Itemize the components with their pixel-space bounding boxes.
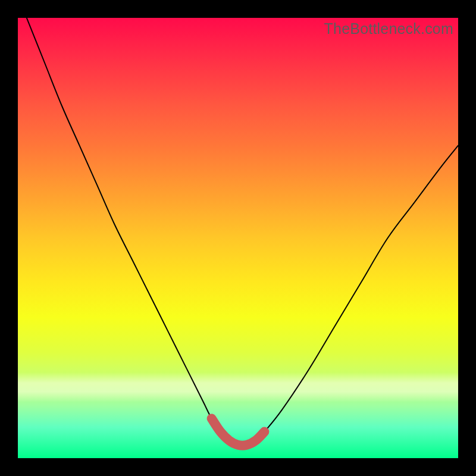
plot-gradient-background — [18, 18, 458, 458]
chart-frame: TheBottleneck.com — [18, 18, 458, 458]
